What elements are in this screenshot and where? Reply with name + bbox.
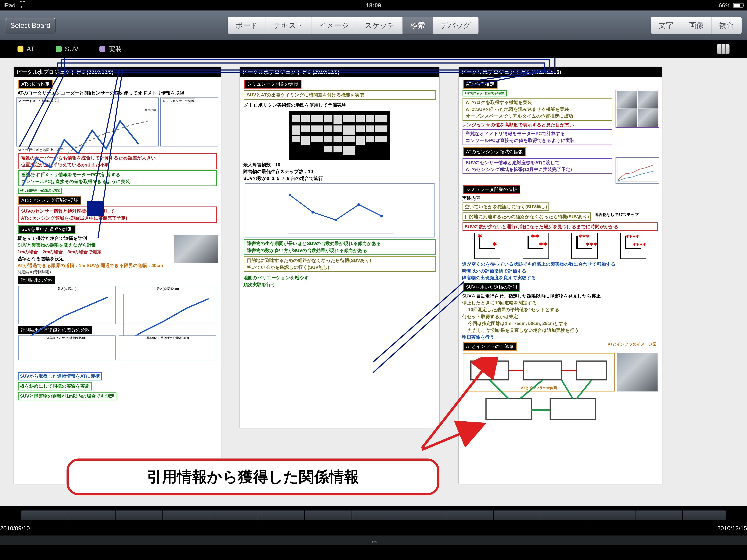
tab-board[interactable]: ボード: [228, 17, 266, 34]
c1-chart-left: 分散(道幅1m): [18, 286, 115, 324]
board-card-2[interactable]: ビークル班プロジェクトゼミ(2010/12/9) シミュレータ開発の進捗 SUV…: [240, 67, 439, 428]
c2-result-chart: [245, 183, 435, 238]
tab-sketch[interactable]: スケッチ: [357, 17, 403, 34]
drawer-handle[interactable]: ︽: [0, 535, 747, 544]
canvas-stage[interactable]: ビークル班プロジェクトゼミ(2010/12/9) ATの位置推定 ATのロータリ…: [0, 58, 747, 506]
opt-image[interactable]: 画像: [681, 17, 712, 34]
chevron-up-icon: ︽: [370, 536, 377, 544]
timeline-track[interactable]: [21, 510, 726, 520]
svg-text:✱✱✱: ✱✱✱: [578, 234, 590, 239]
c2-olive-box2: 目的地に到達するための経路がなくなったら待機(SUVあり) 空いているかを確認し…: [244, 256, 436, 272]
legend-at[interactable]: AT: [18, 45, 35, 53]
svg-text:✱: ✱: [478, 233, 482, 239]
c2-l2: メトロポリタン美術館の地図を使用して予備実験: [243, 102, 436, 108]
c2-olive1: SUVとATの出発タイミングに時間差を付ける機能を実装: [244, 90, 436, 100]
c3-diagram-row: ✱✱ ✱✱✱✱ ✱✱✱✱✱✱ ✱✱✱✱✱✱✱✱: [465, 233, 656, 259]
card2-header: ビークル班プロジェクトゼミ(2010/12/9): [240, 67, 439, 77]
battery-icon: [733, 3, 744, 7]
c3-purple-box: 単純なオドメトリ情報をモーターPCで計算する コンソールPCは直接その値を取得で…: [463, 129, 612, 145]
c1-sec4-title: 計測結果の分散: [18, 276, 55, 284]
swatch-purple: [99, 46, 105, 52]
c1-odometry-chart: ATのオドメトリ情報の変化 軌跡情報: [17, 98, 159, 146]
opt-composite[interactable]: 複合: [712, 17, 742, 34]
swatch-yellow: [18, 46, 23, 52]
ios-status-bar: iPad 18:09 66%: [0, 0, 747, 10]
select-board-button[interactable]: Select Board: [5, 18, 55, 33]
battery-pct: 66%: [719, 2, 730, 9]
c1-sec3-title: SUVを用いた道幅の計測: [18, 225, 75, 234]
c3-small-chart: [616, 157, 659, 184]
c3-r1: SUVの数が少ないと通行可能になった場所を見つけるまでに時間がかかる: [463, 222, 658, 231]
board-card-1[interactable]: ビークル班プロジェクトゼミ(2010/12/9) ATの位置推定 ATのロータリ…: [14, 67, 221, 484]
c3-photo-grid: [616, 89, 659, 128]
c3-sec3-title: シミュレータ開発の進捗: [463, 185, 520, 194]
legend-impl[interactable]: 実装: [99, 45, 122, 54]
c3-sec5-title: ATとインフラの全体像: [463, 342, 517, 351]
c3-olive1: ATのログを取得する機能を実装 ATにSUVの作った地図を読み込ませる機能を実装…: [463, 98, 612, 121]
legend-suv[interactable]: SUV: [56, 45, 78, 53]
svg-text:✱✱✱: ✱✱✱: [586, 242, 597, 247]
c1-chart5-right: 基準値との差分の計測(道幅40cm): [119, 336, 216, 360]
c3-l7: 空いているかを確認しに行く(SUV無し): [463, 203, 549, 211]
svg-text:✱✱✱✱: ✱✱✱✱: [626, 234, 639, 239]
c3-infra-photo: [617, 353, 658, 392]
card1-header: ビークル班プロジェクトゼミ(2010/12/9): [14, 67, 221, 77]
svg-text:✱✱✱✱: ✱✱✱✱: [633, 242, 646, 247]
c1-photo: [174, 235, 218, 263]
tab-text[interactable]: テキスト: [266, 17, 311, 34]
c3-sec4-title: SUVを用いた道幅の計測: [463, 283, 520, 292]
wifi-icon: [19, 3, 26, 8]
svg-text:✱✱: ✱✱: [539, 241, 547, 247]
c2-tail1: 地図のバリエーションを増やす: [242, 274, 437, 281]
svg-point-18: [334, 219, 337, 221]
c2-sec1-title: シミュレータ開発の進捗: [244, 80, 302, 88]
opt-text[interactable]: 文字: [651, 17, 681, 34]
c1-sec2-title: ATのセンシング領域の拡張: [18, 196, 81, 205]
svg-point-19: [358, 203, 360, 206]
svg-text:✱: ✱: [492, 241, 497, 247]
c1-chart-right: 分散(道幅40cm): [119, 286, 216, 324]
status-time: 18:09: [248, 2, 499, 9]
tab-debug[interactable]: デバッグ: [433, 17, 479, 34]
c1-s1-l1: ATのロータリーエンコーダーと3軸センサーの値を使ってオドメトリ情報を取得: [17, 89, 218, 97]
mode-segmented-control: ボード テキスト イメージ スケッチ 検索 デバッグ: [228, 17, 479, 34]
c3-sec2-title: ATのセンシング領域の拡張: [463, 148, 526, 156]
tab-search[interactable]: 検索: [403, 17, 433, 34]
main-toolbar: Select Board ボード テキスト イメージ スケッチ 検索 デバッグ …: [0, 10, 747, 40]
c1-sec1-title: ATの位置推定: [18, 80, 53, 88]
svg-point-16: [288, 194, 291, 196]
c3-l8: 目的地に到達するための経路がなくなったら待機(SUVあり): [463, 212, 591, 221]
svg-text:✱✱: ✱✱: [531, 233, 539, 239]
c1-tail2: 板を斜めにして同様の実験を実施: [18, 382, 92, 391]
timeline-bar: 2010/09/10 2010/12/15: [0, 506, 747, 535]
callout-text: 引用情報から獲得した関係情報: [147, 467, 359, 487]
svg-rect-35: [577, 361, 607, 380]
c2-green-box: 障害物の生存期間が長いほどSUVの台数効果が現れる傾向がある 障害物の数が多い方…: [244, 239, 436, 255]
panel-toggle-icon[interactable]: [717, 44, 729, 54]
legend-row: AT SUV 実装: [0, 40, 747, 58]
c1-chart5-left: 基準値との差分の計測(道幅1m): [18, 336, 115, 360]
relation-callout: 引用情報から獲得した関係情報: [67, 458, 439, 495]
svg-point-20: [380, 215, 383, 217]
c1-red-box2: SUVのセンサー情報と絶対座標をATに渡して ATのセンシング領域を拡張(12月…: [18, 207, 217, 222]
svg-rect-37: [550, 399, 596, 420]
svg-point-17: [311, 211, 314, 214]
device-label: iPad: [3, 2, 16, 9]
c3-sec1-title: ATの位置推定: [463, 80, 497, 88]
c3-g1: ATに地図表示・位置推定の実装: [463, 90, 507, 97]
c1-range-chart: レンジセンサーの情報: [160, 98, 218, 146]
timeline-end: 2010/12/15: [717, 525, 747, 532]
callout-arrows: [411, 357, 516, 462]
museum-map: [289, 111, 390, 160]
right-segmented-control: 文字 画像 複合: [651, 17, 742, 34]
c3-purple-box2: SUVのセンサー情報と絶対座標をATに渡して ATのセンシング領域を拡張(12月…: [463, 158, 612, 174]
c1-tail1: SUVから取得した道幅情報をATに連携: [18, 372, 102, 380]
tab-image[interactable]: イメージ: [311, 17, 357, 34]
swatch-green: [56, 46, 61, 52]
c1-tail3: SUVと障害物の距離が1m以内の場合でも測定: [18, 392, 117, 400]
c2-tail2: 順次実験を行う: [242, 281, 437, 288]
svg-rect-34: [524, 361, 562, 380]
timeline-start: 2010/09/10: [0, 525, 30, 532]
card3-header: ビークル班プロジェクトゼミ(2010/12/15): [459, 67, 662, 77]
c3-red1: レンジセンサの値を高頻度で表示すると見た目が悪い: [461, 122, 614, 128]
